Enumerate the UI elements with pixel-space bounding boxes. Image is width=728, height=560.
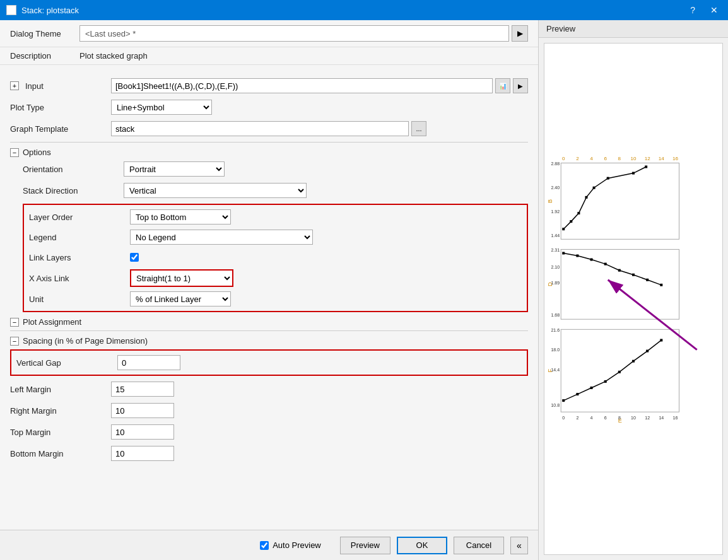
- svg-rect-31: [576, 255, 578, 257]
- svg-text:2.10: 2.10: [551, 265, 560, 269]
- stack-direction-label: Stack Direction: [23, 186, 124, 195]
- input-data-btn[interactable]: 📊: [495, 78, 510, 93]
- orientation-select[interactable]: Portrait Landscape: [124, 161, 225, 177]
- left-margin-label: Left Margin: [10, 385, 111, 394]
- plot-assignment-label: Plot Assignment: [23, 317, 81, 327]
- plot-assignment-collapse-btn[interactable]: −: [10, 318, 19, 327]
- dialog-theme-input[interactable]: [79, 25, 509, 42]
- right-panel: Preview 0 2 4 6 8 10 12 14 16 B 2.: [539, 20, 728, 560]
- svg-rect-17: [570, 220, 572, 223]
- svg-rect-34: [618, 269, 621, 272]
- svg-rect-35: [632, 274, 635, 276]
- plot-assignment-section: − Plot Assignment: [10, 317, 528, 327]
- window-title: Stack: plotstack: [21, 6, 79, 15]
- svg-rect-23: [645, 166, 647, 168]
- svg-text:0: 0: [562, 156, 565, 161]
- preview-header: Preview: [539, 20, 728, 38]
- svg-text:B: B: [547, 199, 553, 203]
- right-margin-input[interactable]: [111, 403, 174, 418]
- svg-rect-46: [590, 387, 593, 389]
- layer-order-row: Layer Order Top to Bottom Bottom to Top: [29, 209, 522, 225]
- dialog-theme-arrow-btn[interactable]: ▶: [512, 25, 528, 42]
- svg-text:14.4: 14.4: [551, 368, 560, 372]
- svg-text:4: 4: [590, 156, 593, 161]
- svg-text:6: 6: [604, 416, 607, 420]
- layer-order-select[interactable]: Top to Bottom Bottom to Top: [130, 209, 231, 225]
- svg-rect-48: [618, 371, 621, 373]
- svg-text:1.44: 1.44: [551, 233, 560, 238]
- unit-row: Unit % of Linked Layer % of Page Absolut…: [29, 291, 522, 307]
- legend-row: Legend No Legend Show Legend: [29, 229, 522, 245]
- help-button[interactable]: ?: [686, 4, 699, 16]
- x-axis-link-red-box: Straight(1 to 1) None Custom: [130, 269, 233, 287]
- orientation-label: Orientation: [23, 165, 124, 174]
- svg-text:18.0: 18.0: [551, 347, 560, 352]
- layer-order-label: Layer Order: [29, 213, 130, 222]
- spacing-red-box: Vertical Gap: [10, 349, 528, 376]
- svg-text:8: 8: [618, 416, 621, 420]
- dialog-theme-row: Dialog Theme ▶: [0, 20, 538, 47]
- link-layers-row: Link Layers: [29, 249, 522, 265]
- plot-type-select[interactable]: Line+Symbol Line Symbol: [111, 100, 212, 115]
- svg-text:14: 14: [659, 156, 664, 161]
- svg-rect-50: [646, 350, 649, 353]
- close-button[interactable]: ✕: [707, 4, 722, 16]
- input-arrow-btn[interactable]: ▶: [513, 78, 528, 93]
- vertical-gap-input[interactable]: [117, 355, 180, 370]
- app-icon: [6, 5, 16, 15]
- svg-rect-21: [607, 177, 609, 180]
- ok-button[interactable]: OK: [397, 537, 447, 554]
- graph-template-label: Graph Template: [10, 124, 111, 134]
- rewind-button[interactable]: «: [510, 537, 528, 554]
- preview-svg: 0 2 4 6 8 10 12 14 16 B 2.88 2.40 1.92 1…: [544, 44, 722, 554]
- stack-direction-select[interactable]: Vertical Horizontal: [124, 183, 307, 198]
- svg-text:0: 0: [562, 416, 565, 420]
- left-margin-input[interactable]: [111, 382, 174, 397]
- unit-select[interactable]: % of Linked Layer % of Page Absolute: [130, 291, 231, 306]
- svg-text:10.8: 10.8: [551, 403, 560, 407]
- dialog-theme-label: Dialog Theme: [10, 29, 79, 38]
- graph-template-input[interactable]: [111, 121, 409, 136]
- svg-rect-16: [562, 228, 565, 230]
- svg-text:2.40: 2.40: [551, 185, 560, 190]
- svg-text:2.31: 2.31: [551, 248, 560, 252]
- svg-text:14: 14: [659, 416, 664, 420]
- svg-text:4: 4: [590, 416, 593, 420]
- unit-label: Unit: [29, 295, 130, 304]
- svg-rect-22: [632, 172, 635, 175]
- svg-rect-47: [604, 380, 607, 383]
- link-layers-checkbox[interactable]: [130, 253, 139, 262]
- spacing-label: Spacing (in % of Page Dimension): [23, 336, 148, 346]
- plot-type-label: Plot Type: [10, 103, 111, 112]
- cancel-button[interactable]: Cancel: [454, 537, 504, 554]
- svg-rect-18: [577, 212, 580, 214]
- orientation-row: Orientation Portrait Landscape: [10, 161, 528, 177]
- top-margin-input[interactable]: [111, 424, 174, 440]
- spacing-collapse-btn[interactable]: −: [10, 337, 19, 346]
- options-collapse-btn[interactable]: −: [10, 148, 19, 157]
- graph-template-browse-btn[interactable]: ...: [411, 121, 426, 136]
- svg-rect-19: [585, 196, 587, 199]
- input-field[interactable]: [111, 78, 493, 93]
- plot-type-row: Plot Type Line+Symbol Line Symbol: [10, 99, 528, 115]
- vertical-gap-row: Vertical Gap: [16, 354, 522, 371]
- stack-direction-row: Stack Direction Vertical Horizontal: [10, 182, 528, 199]
- svg-text:6: 6: [604, 156, 607, 161]
- svg-text:16: 16: [673, 416, 678, 420]
- bottom-margin-input[interactable]: [111, 446, 174, 461]
- graph-template-row: Graph Template ...: [10, 120, 528, 137]
- svg-text:12: 12: [645, 416, 650, 420]
- svg-text:10: 10: [631, 156, 637, 161]
- input-collapse-btn[interactable]: +: [10, 81, 19, 90]
- svg-rect-32: [590, 259, 593, 261]
- top-margin-row: Top Margin: [10, 424, 528, 440]
- auto-preview-checkbox[interactable]: [260, 541, 269, 550]
- options-label: Options: [23, 148, 51, 157]
- preview-button[interactable]: Preview: [340, 537, 390, 554]
- left-panel: Dialog Theme ▶ Description Plot stacked …: [0, 20, 539, 560]
- legend-select[interactable]: No Legend Show Legend: [130, 230, 313, 245]
- bottom-margin-row: Bottom Margin: [10, 445, 528, 462]
- description-label: Description: [10, 51, 79, 61]
- x-axis-link-select[interactable]: Straight(1 to 1) None Custom: [131, 271, 232, 286]
- vertical-gap-label: Vertical Gap: [16, 358, 117, 368]
